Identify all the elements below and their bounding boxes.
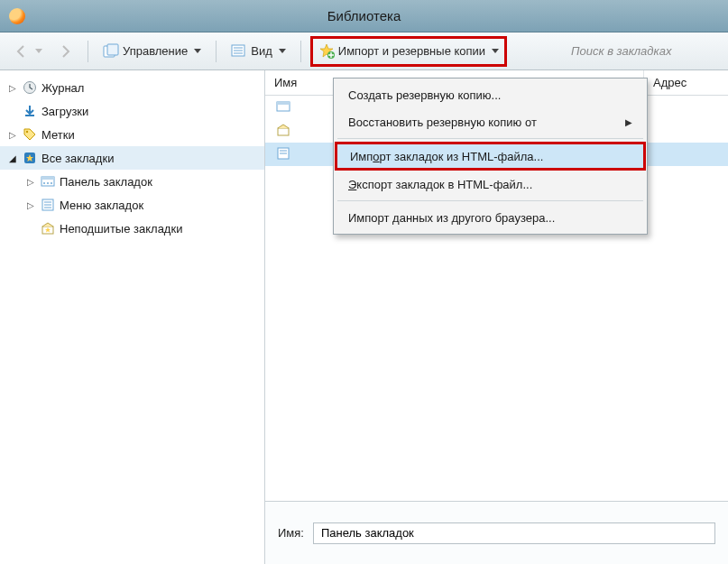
svg-point-15 — [43, 182, 45, 184]
arrow-right-icon — [59, 44, 73, 59]
view-icon — [231, 44, 247, 59]
svg-point-10 — [26, 131, 28, 133]
toolbar-separator — [88, 41, 88, 62]
menu-import-html-highlight: Импорт закладок из HTML-файла... — [335, 142, 646, 171]
manage-icon — [103, 44, 119, 59]
sidebar-item-tags[interactable]: ▷ Метки — [0, 123, 264, 146]
import-label: Импорт и резервные копии — [338, 44, 485, 58]
menu-export-html[interactable]: Экспорт закладок в HTML-файл... — [336, 171, 645, 198]
chevron-down-icon — [194, 49, 201, 53]
import-backup-button[interactable]: Импорт и резервные копии — [313, 39, 504, 64]
bookmarks-root-icon — [22, 150, 38, 166]
sidebar-label: Метки — [41, 128, 75, 142]
menu-import-html[interactable]: Импорт закладок из HTML-файла... — [337, 144, 643, 168]
column-address[interactable]: Адрес — [644, 76, 687, 89]
toolbar: Управление Вид Импорт и резервные копии … — [0, 32, 728, 70]
sidebar-label: Все закладки — [41, 152, 114, 165]
expand-icon[interactable]: ▷ — [7, 83, 18, 93]
unsorted-bookmarks-icon — [276, 123, 292, 139]
toolbar-separator — [216, 41, 217, 62]
search-input[interactable]: Поиск в закладках — [566, 40, 719, 63]
bookmarks-bar-icon — [40, 173, 56, 190]
view-button[interactable]: Вид — [226, 39, 291, 64]
sidebar: ▷ Журнал Загрузки ▷ Метки ◢ Все — [0, 70, 265, 564]
titlebar: Библиотека — [0, 0, 728, 32]
sidebar-item-all-bookmarks[interactable]: ◢ Все закладки — [0, 146, 264, 170]
menu-restore-backup[interactable]: Восстановить резервную копию от ▶ — [336, 108, 645, 135]
unsorted-bookmarks-icon — [40, 220, 56, 236]
toolbar-separator — [300, 41, 301, 62]
nav-forward-button — [53, 39, 78, 64]
svg-rect-26 — [278, 128, 289, 135]
sidebar-label: Журнал — [41, 81, 84, 95]
chevron-down-icon — [279, 49, 286, 53]
expand-icon[interactable]: ▷ — [7, 130, 18, 140]
clock-icon — [22, 79, 38, 96]
sidebar-item-downloads[interactable]: Загрузки — [0, 99, 264, 123]
submenu-arrow-icon: ▶ — [625, 117, 632, 127]
expand-icon[interactable]: ▷ — [25, 177, 36, 187]
chevron-down-icon — [492, 49, 499, 53]
download-icon — [22, 103, 38, 119]
window-title: Библиотека — [0, 8, 728, 23]
view-label: Вид — [251, 44, 272, 58]
manage-label: Управление — [123, 44, 188, 58]
menu-separator — [337, 138, 643, 139]
details-pane: Имя: Панель закладок — [265, 501, 728, 564]
detail-name-input[interactable]: Панель закладок — [313, 522, 715, 544]
nav-back-button — [9, 39, 48, 64]
svg-rect-1 — [107, 44, 118, 55]
sidebar-label: Загрузки — [41, 105, 88, 118]
sidebar-item-history[interactable]: ▷ Журнал — [0, 76, 264, 99]
svg-point-16 — [47, 182, 49, 184]
menu-import-browser[interactable]: Импорт данных из другого браузера... — [336, 204, 645, 231]
svg-rect-25 — [277, 102, 290, 105]
svg-rect-9 — [25, 115, 34, 116]
sidebar-label: Панель закладок — [60, 175, 152, 189]
detail-name-label: Имя: — [278, 526, 304, 540]
expand-icon[interactable]: ▷ — [25, 200, 36, 210]
bookmarks-menu-icon — [276, 146, 292, 162]
import-button-highlight: Импорт и резервные копии — [310, 36, 507, 67]
sidebar-label: Меню закладок — [60, 199, 143, 212]
sidebar-item-unsorted-bookmarks[interactable]: Неподшитые закладки — [0, 217, 264, 240]
menu-separator — [337, 200, 643, 201]
import-backup-menu: Создать резервную копию... Восстановить … — [333, 78, 648, 235]
bookmarks-bar-icon — [276, 99, 292, 116]
bookmarks-menu-icon — [40, 197, 56, 213]
collapse-icon[interactable]: ◢ — [7, 153, 18, 163]
tag-icon — [22, 126, 38, 143]
svg-rect-14 — [41, 177, 54, 180]
menu-create-backup[interactable]: Создать резервную копию... — [336, 81, 645, 108]
arrow-left-icon — [14, 44, 29, 59]
manage-button[interactable]: Управление — [97, 39, 207, 64]
sidebar-item-bookmarks-toolbar[interactable]: ▷ Панель закладок — [0, 170, 264, 193]
import-icon — [318, 43, 335, 60]
svg-point-17 — [51, 182, 52, 184]
sidebar-label: Неподшитые закладки — [60, 222, 182, 236]
sidebar-item-bookmarks-menu[interactable]: ▷ Меню закладок — [0, 193, 264, 217]
